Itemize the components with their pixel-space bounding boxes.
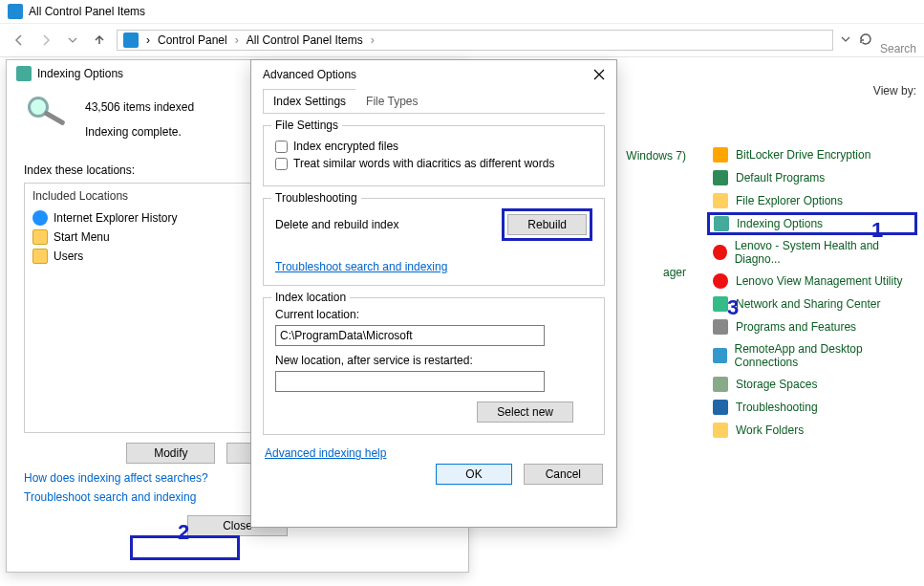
default-programs-icon — [713, 170, 728, 185]
chevron-right-icon: › — [235, 33, 239, 47]
annotation-box-3: Rebuild — [502, 208, 592, 241]
select-new-button[interactable]: Select new — [477, 402, 573, 423]
checkbox-encrypted-input[interactable] — [275, 141, 288, 153]
checkbox-diacritics-input[interactable] — [275, 158, 288, 170]
partial-item[interactable]: Windows 7) — [610, 145, 686, 166]
troubleshooting-legend: Troubleshooting — [271, 191, 361, 205]
link-troubleshoot-search[interactable]: Troubleshoot search and indexing — [275, 260, 447, 273]
cp-item-label: Work Folders — [736, 423, 804, 437]
link-troubleshoot[interactable]: Troubleshoot search and indexing — [24, 490, 196, 504]
annotation-2: 2 — [178, 520, 189, 545]
remoteapp-icon — [713, 348, 727, 363]
current-location-field[interactable] — [275, 325, 545, 346]
troubleshooting-icon — [713, 400, 728, 415]
tabstrip: Index Settings File Types — [263, 89, 605, 114]
rebuild-button[interactable]: Rebuild — [507, 214, 587, 235]
search-input[interactable]: Search — [880, 42, 916, 55]
cp-item-label: Network and Sharing Center — [736, 297, 880, 311]
tab-file-types[interactable]: File Types — [355, 89, 428, 113]
work-folders-icon — [713, 423, 728, 438]
location-label: Users — [54, 250, 83, 263]
group-index-location: Index location Current location: New loc… — [263, 297, 605, 435]
cp-item-lenovo-health[interactable]: Lenovo - System Health and Diagno... — [707, 235, 917, 270]
indexing-options-icon — [714, 216, 729, 231]
bitlocker-icon — [713, 147, 728, 163]
cp-item-label: Storage Spaces — [736, 378, 817, 391]
breadcrumb-item[interactable]: Control Panel — [158, 33, 227, 47]
dialog-title: Indexing Options — [37, 67, 123, 80]
delete-rebuild-label: Delete and rebuild index — [275, 218, 398, 231]
group-file-settings: File Settings Index encrypted files Trea… — [263, 125, 605, 186]
new-location-label: New location, after service is restarted… — [275, 354, 592, 367]
folder-icon — [32, 229, 48, 245]
cp-item-label: Default Programs — [736, 171, 825, 184]
advanced-options-dialog: Advanced Options Index Settings File Typ… — [250, 59, 617, 528]
close-icon[interactable] — [593, 69, 605, 80]
cp-item-label: Indexing Options — [737, 217, 823, 230]
checkbox-diacritics[interactable]: Treat similar words with diacritics as d… — [275, 157, 592, 170]
nav-up-button[interactable] — [90, 31, 109, 50]
address-dropdown-icon[interactable] — [841, 33, 850, 47]
indexing-status: Indexing complete. — [85, 125, 194, 139]
cp-item-label: Troubleshooting — [736, 401, 818, 414]
folder-options-icon — [713, 193, 728, 208]
cp-item-label: BitLocker Drive Encryption — [736, 148, 870, 162]
col-included-locations[interactable]: Included Locations — [32, 189, 128, 203]
link-how-affect[interactable]: How does indexing affect searches? — [24, 471, 208, 485]
cp-item-default-programs[interactable]: Default Programs — [707, 166, 917, 189]
cancel-button[interactable]: Cancel — [524, 464, 603, 485]
link-advanced-help[interactable]: Advanced indexing help — [265, 446, 386, 460]
cp-item-work-folders[interactable]: Work Folders — [707, 419, 917, 442]
ok-button[interactable]: OK — [436, 464, 511, 485]
advanced-title: Advanced Options — [263, 68, 356, 81]
control-panel-icon — [8, 4, 23, 19]
cp-item-indexing-options[interactable]: Indexing Options — [707, 212, 917, 235]
refresh-button[interactable] — [858, 32, 873, 50]
annotation-3: 3 — [727, 295, 739, 320]
cp-item-label: Programs and Features — [736, 320, 856, 334]
address-icon — [123, 33, 139, 48]
checkbox-label: Index encrypted files — [293, 140, 398, 153]
cp-toolbar: › Control Panel › All Control Panel Item… — [0, 24, 924, 57]
items-indexed-count: 43,506 items indexed — [85, 97, 194, 114]
programs-icon — [713, 319, 728, 335]
folder-icon — [32, 249, 48, 264]
cp-item-label: File Explorer Options — [736, 194, 843, 207]
ie-icon — [32, 210, 48, 226]
lenovo-view-icon — [713, 273, 728, 289]
network-icon — [713, 296, 728, 312]
checkbox-encrypted[interactable]: Index encrypted files — [275, 140, 592, 153]
nav-back-button[interactable] — [10, 31, 29, 50]
location-label: Start Menu — [54, 230, 110, 244]
cp-item-bitlocker[interactable]: BitLocker Drive Encryption — [707, 143, 917, 166]
cp-item-storage-spaces[interactable]: Storage Spaces — [707, 373, 917, 396]
indexing-options-icon — [16, 66, 32, 81]
address-bar[interactable]: › Control Panel › All Control Panel Item… — [117, 30, 833, 51]
current-location-label: Current location: — [275, 308, 592, 321]
checkbox-label: Treat similar words with diacritics as d… — [293, 157, 554, 170]
cp-item-troubleshooting[interactable]: Troubleshooting — [707, 396, 917, 419]
cp-item-label: Lenovo View Management Utility — [736, 274, 903, 288]
index-location-legend: Index location — [271, 291, 350, 304]
file-settings-legend: File Settings — [271, 119, 342, 132]
cp-item-lenovo-view[interactable]: Lenovo View Management Utility — [707, 270, 917, 293]
modify-button[interactable]: Modify — [126, 443, 215, 464]
breadcrumb-item[interactable]: All Control Panel Items — [247, 33, 363, 47]
tab-index-settings[interactable]: Index Settings — [263, 89, 356, 113]
new-location-field[interactable] — [275, 371, 545, 392]
lenovo-health-icon — [713, 245, 727, 260]
cp-item-label: Lenovo - System Health and Diagno... — [735, 239, 912, 266]
cp-items-column: BitLocker Drive Encryption Default Progr… — [707, 143, 917, 442]
group-troubleshooting: Troubleshooting Delete and rebuild index… — [263, 198, 605, 286]
view-by-label: View by: — [873, 84, 916, 98]
window-title: All Control Panel Items — [29, 5, 145, 18]
partial-item[interactable]: ager — [610, 262, 686, 283]
nav-forward-button[interactable] — [36, 31, 55, 50]
storage-icon — [713, 377, 728, 392]
location-label: Internet Explorer History — [54, 211, 177, 225]
cp-item-remoteapp[interactable]: RemoteApp and Desktop Connections — [707, 338, 917, 373]
magnifier-icon — [24, 97, 70, 131]
cp-item-file-explorer-options[interactable]: File Explorer Options — [707, 189, 917, 212]
cp-item-label: RemoteApp and Desktop Connections — [735, 342, 912, 369]
nav-recent-dropdown[interactable] — [63, 31, 82, 50]
